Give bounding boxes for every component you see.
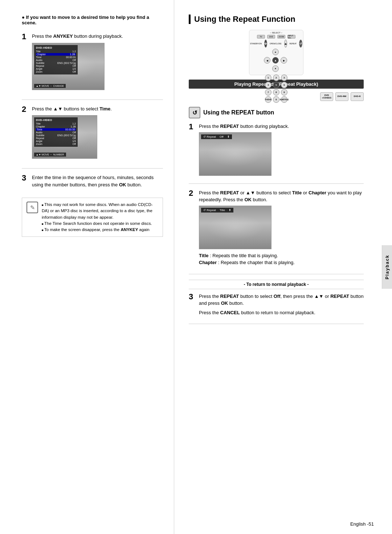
zoom-btn[interactable]: ZOOM [277,35,285,39]
step-2-move-bar: ▲▼ MOVE ↔ NUMBER [34,153,66,157]
num-row-3: 7 8 9 [251,89,302,96]
step-2-screen: DVD-VIDEO Title1.2 Chapter1.2B Time00:00… [32,115,97,159]
btn-8[interactable]: 8 [273,89,279,96]
down-btn[interactable]: ▼ [272,65,279,72]
btn-4[interactable]: 4 [265,82,271,88]
right-step-2-content: Press the REPEAT or ▲▼ buttons to select… [199,189,364,268]
right-step-3-content: Press the REPEAT button to select Off, t… [199,293,364,319]
step-2-number: 2 [22,105,32,114]
right-step-1-text: Press the REPEAT button during playback. [199,123,364,130]
subsection-label: Using the REPEAT button [203,109,274,116]
tv-btn[interactable]: TV [257,35,265,39]
btn-9[interactable]: 9 [281,89,287,96]
num-row-2: 4 5 6 [251,82,302,88]
input-sel-btn[interactable]: INPUT SEL [287,35,295,39]
remote-area: ←SELECT→ TV DVD ZOOM INPUT SEL STANDBY/O… [189,30,364,75]
btn-3[interactable]: 3 [281,74,287,81]
btn-0[interactable]: 0 [273,96,279,103]
num-row-4: TV/DVD 0 SUBTITLE [251,96,302,103]
right-btn[interactable]: ▶ [281,57,287,64]
arrow-pad: ▲ ◀ ▲ ▶ ▼ [251,49,302,73]
step-3-text: Enter the time in the sequence of hours,… [32,174,163,188]
section-title: Using the Repeat Function [189,15,364,24]
ok-btn[interactable]: ▲ [272,57,279,64]
right-step-2-screen: ↺ Repeat Title ⬆ [199,206,271,249]
page-number: English -51 [350,521,374,527]
right-step-3: 3 Press the REPEAT button to select Off,… [189,293,364,319]
right-step-1-num: 1 [189,122,199,132]
note-icon: ✎ [26,202,38,213]
right-step-3-text: Press the REPEAT button to select Off, t… [199,293,364,307]
note-item-3: To make the screen disappear, press the … [42,227,158,233]
right-step-3-num: 3 [189,292,199,302]
num-row-1: 1 2 3 [251,74,302,81]
title-note: Title : Repeats the title that is playin… [199,252,364,266]
right-column: Using the Repeat Function ←SELECT→ TV DV… [174,0,382,534]
right-step-1-screen: ↺ Repeat Off ⬆ [199,132,271,176]
subsection-title: ↺ Using the REPEAT button [189,107,364,118]
disc-badge-dvdrw: DVD-RW [335,92,348,101]
subtitle-btn[interactable]: SUBTITLE [281,96,287,103]
note-box: ✎ This may not work for some discs. When… [22,198,163,237]
step-1-move-bar: ▲▼ MOVE ↔ CHANGE [34,84,66,88]
right-step-2-num: 2 [189,189,199,198]
step-1: 1 Press the ANYKEY button during playbac… [22,33,163,93]
right-step-3-cancel: Press the CANCEL button to return to nor… [199,309,364,316]
step-3: 3 Enter the time in the sequence of hour… [22,174,163,191]
sidebar-label: Playback [385,255,390,279]
right-step-2-text: Press the REPEAT or ▲▼ buttons to select… [199,189,364,203]
step-1-text: Press the ANYKEY button during playback. [32,33,163,40]
standby-btn[interactable]: ⏻ [264,40,267,48]
note-content: This may not work for some discs. When a… [42,202,158,233]
note-item-2: The Time Search function does not operat… [42,221,158,227]
up-btn[interactable]: ▲ [272,49,279,55]
step-1-content: Press the ANYKEY button during playback.… [32,33,163,93]
btn-6[interactable]: 6 [281,82,287,88]
btn-1[interactable]: 1 [265,74,271,81]
step-3-number: 3 [22,173,32,183]
repeat-icon: ↺ [189,107,200,118]
step-2-text: Press the ▲▼ buttons to select Time. [32,105,163,113]
step-1-osd: DVD-VIDEO Title1.2 Chapter1.2B Time00:00… [34,45,78,74]
right-step-2: 2 Press the REPEAT or ▲▼ buttons to sele… [189,189,364,268]
remote-select-bar: ←SELECT→ [251,32,302,34]
remote-top-btns: STANDBY/ON ⏻ OPEN/CLOSE ⏏ REPEAT ↺ [251,40,302,48]
note-item-1: This may not work for some discs. When a… [42,202,158,221]
step-2-osd: DVD-VIDEO Title1.2 Chapter1.2B Time00:00… [34,117,78,147]
bullet-intro-text: If you want to move to a desired time to… [22,15,163,25]
right-step-1: 1 Press the REPEAT button during playbac… [189,123,364,178]
step-1-screen: DVD-VIDEO Title1.2 Chapter1.2B Time00:00… [32,43,105,90]
bullet-intro: If you want to move to a desired time to… [22,15,163,25]
step-2: 2 Press the ▲▼ buttons to select Time. D… [22,105,163,162]
step-2-content: Press the ▲▼ buttons to select Time. DVD… [32,105,163,162]
page-container: If you want to move to a desired time to… [0,0,392,534]
right-step-1-osd: ↺ Repeat Off ⬆ [201,134,232,139]
right-step-1-content: Press the REPEAT button during playback.… [199,123,364,178]
tv-dvd-btn[interactable]: TV/DVD [265,96,271,103]
remote-zoom-bar: TV DVD ZOOM INPUT SEL [251,35,302,39]
left-btn[interactable]: ◀ [264,57,270,64]
left-column: If you want to move to a desired time to… [0,0,174,534]
right-step-2-osd: ↺ Repeat Title ⬆ [201,208,233,213]
btn-2[interactable]: 2 [273,74,279,81]
disc-badge-dvdcd: DVD+CD/EEG [320,92,333,101]
btn-5[interactable]: 5 [273,82,279,88]
to-normal-playback: - To return to normal playback - [189,280,364,289]
disc-badge-dvdr: DVD-R [351,92,364,101]
sidebar-tab: Playback [382,245,392,289]
repeat-btn-remote[interactable]: ↺ [299,40,302,48]
btn-7[interactable]: 7 [265,89,271,96]
open-close-btn[interactable]: ⏏ [284,40,287,48]
remote-drawing: ←SELECT→ TV DVD ZOOM INPUT SEL STANDBY/O… [249,30,303,75]
dvd-btn[interactable]: DVD [267,35,275,39]
step-3-content: Enter the time in the sequence of hours,… [32,174,163,191]
step-1-number: 1 [22,32,32,41]
